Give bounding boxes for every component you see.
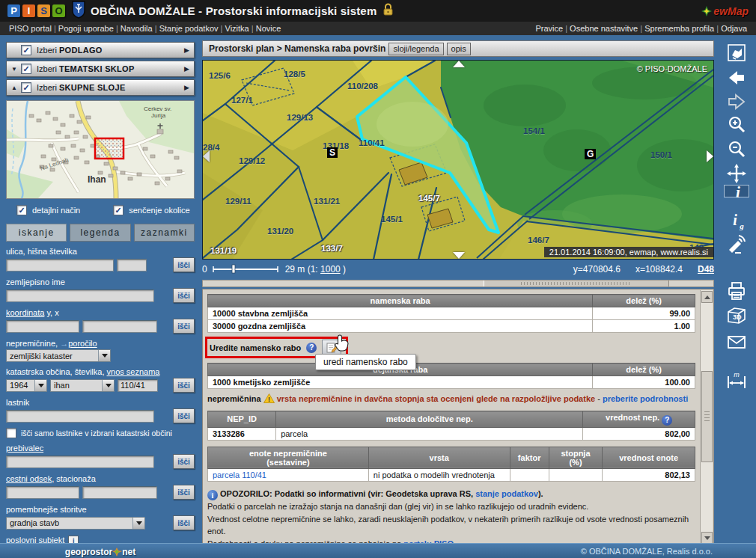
- isci-lastnik-button[interactable]: išči: [173, 408, 195, 423]
- zoom-in-button[interactable]: [726, 114, 747, 138]
- tematski-checkbox[interactable]: ✓: [21, 64, 31, 74]
- parcel-label: 110/41: [359, 138, 385, 147]
- menu-item-novice[interactable]: Novice: [256, 24, 281, 33]
- svg-text:3D: 3D: [733, 313, 742, 321]
- table-row: 3133286 parcela 802,00: [208, 427, 695, 440]
- menu-item-navodila[interactable]: Navodila: [121, 24, 159, 33]
- pan-left-arrow[interactable]: [203, 150, 210, 162]
- map-timestamp: 21.01.2014 16:09:00, ewmap, www.realis.s…: [544, 247, 713, 257]
- lastnik-filter-checkbox[interactable]: [6, 428, 16, 438]
- koordinata-x-input[interactable]: [82, 320, 157, 333]
- horizontal-scrollbar-thumb[interactable]: [484, 280, 669, 286]
- porocilo-link[interactable]: poročilo: [68, 339, 97, 348]
- main-area: Prostorski plan > Namenska raba površin …: [201, 35, 716, 543]
- gps-tool-button[interactable]: [726, 233, 747, 257]
- scroll-up-arrow[interactable]: [701, 291, 713, 303]
- geoprostor-logo[interactable]: geoprostornet: [0, 547, 201, 557]
- scroll-down-arrow[interactable]: [701, 532, 713, 544]
- detajlni-nacin-checkbox[interactable]: ✓: [16, 205, 27, 215]
- scale-slider[interactable]: [212, 264, 281, 274]
- menu-item-nastavitve[interactable]: Osebne nastavitve: [570, 24, 644, 33]
- menu-item-stanje[interactable]: Stanje podatkov: [159, 24, 225, 33]
- measure-button[interactable]: m: [725, 370, 748, 394]
- menu-item-profil[interactable]: Sprememba profila: [644, 24, 721, 33]
- accordion-skupni-sloji[interactable]: ▲ ✓ Izberi SKUPNE SLOJE ▶: [6, 79, 195, 96]
- vertical-scrollbar-thumb[interactable]: [701, 371, 713, 462]
- help-icon[interactable]: ?: [306, 343, 317, 353]
- koordinata-y-input[interactable]: [6, 320, 79, 333]
- kataster-select[interactable]: zemljiški kataster: [6, 349, 111, 362]
- ko-ime-select[interactable]: ihan: [50, 379, 115, 392]
- forward-button[interactable]: [726, 91, 747, 115]
- isci-prebivalec-button[interactable]: išči: [173, 454, 195, 469]
- sloji-legenda-button[interactable]: sloji/legenda: [388, 43, 443, 55]
- datum-link[interactable]: D48: [698, 264, 714, 275]
- overview-extent-rectangle[interactable]: [95, 138, 124, 159]
- hisna-stevilka-input[interactable]: [117, 259, 147, 272]
- results-panel: namenska raba delež (%) 10000 stavbna ze…: [202, 289, 714, 546]
- accordion-tematski-sklop[interactable]: ▼ ✓ Izberi TEMATSKI SKLOP ▶: [6, 61, 195, 77]
- menu-item-odjava[interactable]: Odjava: [721, 24, 747, 33]
- menu-item-piso-portal[interactable]: PISO portal: [9, 24, 58, 33]
- menu-item-vizitka[interactable]: Vizitka: [225, 24, 256, 33]
- scale-value[interactable]: 1000: [320, 264, 341, 275]
- menu-item-pogoji[interactable]: Pogoji uporabe: [58, 24, 121, 33]
- parcela-link[interactable]: parcela 110/41: [213, 470, 266, 479]
- isci-cestni-button[interactable]: išči: [173, 485, 195, 500]
- storitve-select[interactable]: gradnja stavb: [6, 517, 145, 530]
- zoom-out-button[interactable]: [726, 139, 747, 163]
- isci-storitve-button[interactable]: išči: [173, 515, 195, 530]
- table-row: 30000 gozdna zemljišča 1.00: [208, 320, 695, 333]
- map-viewport[interactable]: 125/6128/5127/1110/208129/1328/4131/1811…: [202, 60, 714, 260]
- sencenje-okolice-checkbox[interactable]: ✓: [113, 205, 124, 215]
- isci-koordinata-button[interactable]: išči: [173, 319, 195, 334]
- info-tool-button[interactable]: i: [724, 185, 749, 197]
- prebivalec-input[interactable]: [6, 456, 154, 468]
- podlago-checkbox[interactable]: ✓: [21, 45, 31, 55]
- isci-parcela-button[interactable]: išči: [173, 378, 195, 393]
- pan-down-arrow[interactable]: [453, 252, 465, 259]
- menu-item-pravice[interactable]: Pravice: [535, 24, 570, 33]
- ko-sifra-select[interactable]: 1964: [6, 379, 47, 392]
- koordinata-link[interactable]: koordinata: [6, 308, 44, 317]
- skupni-checkbox[interactable]: ✓: [21, 82, 31, 93]
- sidebar: ✓ Izberi PODLAGO ▶ ▼ ✓ Izberi TEMATSKI S…: [0, 35, 201, 543]
- parcel-label: 127/1: [231, 96, 253, 105]
- 3d-view-button[interactable]: 3D: [725, 305, 748, 329]
- cestni-odsek-input[interactable]: [6, 486, 79, 499]
- cestni-odsek-link[interactable]: cestni odsek: [6, 474, 52, 483]
- preberite-podrobnosti-link[interactable]: preberite podrobnosti: [603, 394, 688, 403]
- tab-legenda[interactable]: legenda: [70, 224, 130, 242]
- ko-ime-value: ihan: [54, 381, 70, 390]
- help-icon[interactable]: ?: [662, 415, 672, 426]
- lastnik-input[interactable]: [6, 410, 154, 423]
- column-header: vrsta: [368, 447, 510, 468]
- opis-button[interactable]: opis: [447, 43, 471, 55]
- horizontal-scrollbar[interactable]: [202, 280, 714, 287]
- pan-up-arrow[interactable]: [453, 61, 465, 67]
- prebivalec-link[interactable]: prebivalec: [6, 444, 43, 453]
- stanje-podatkov-link[interactable]: stanje podatkov: [475, 489, 538, 498]
- accordion-podlago[interactable]: ✓ Izberi PODLAGO ▶: [6, 42, 195, 58]
- pan-right-arrow[interactable]: [707, 150, 713, 162]
- back-button[interactable]: [726, 67, 747, 91]
- overview-map[interactable]: Cerkev sv.Jurija Ihan Na Lednah: [6, 100, 195, 199]
- parcela-input[interactable]: [118, 379, 158, 392]
- parcel-label: 128/5: [284, 70, 305, 79]
- mail-button[interactable]: [726, 331, 747, 355]
- zemljepisno-input[interactable]: [6, 289, 154, 302]
- tab-zaznamki[interactable]: zaznamki: [134, 224, 195, 242]
- tab-iskanje[interactable]: iskanje: [6, 224, 67, 242]
- ewmap-label: ewMap: [713, 5, 749, 17]
- vnos-seznama-link[interactable]: vnos seznama: [107, 367, 160, 376]
- vertical-scrollbar[interactable]: [700, 290, 713, 545]
- isci-ulica-button[interactable]: išči: [173, 257, 195, 272]
- isci-zemljepisno-button[interactable]: išči: [173, 288, 195, 303]
- info-group-tool-button[interactable]: ig: [726, 209, 747, 233]
- stacionaza-input[interactable]: [82, 486, 157, 499]
- ulica-input[interactable]: [6, 259, 114, 272]
- print-button[interactable]: [726, 280, 747, 304]
- geoprostor-text: net: [122, 547, 135, 557]
- scale-slider-handle[interactable]: [232, 265, 235, 273]
- full-extent-button[interactable]: [726, 43, 747, 67]
